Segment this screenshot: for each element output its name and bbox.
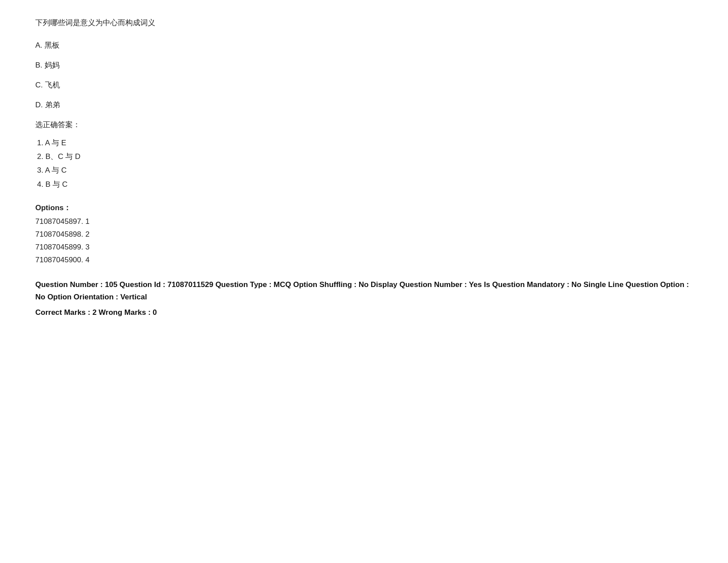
answer-2: 2. B、C 与 D [37, 151, 693, 162]
option-d-text: 弟弟 [45, 101, 60, 109]
correct-answers-label: 选正确答案： [35, 120, 693, 130]
option-id-1: 71087045897. 1 [35, 215, 693, 227]
answer-4: 4. B 与 C [37, 178, 693, 190]
option-id-3: 71087045899. 3 [35, 241, 693, 253]
options-header: Options： [35, 203, 693, 213]
meta-section: Question Number : 105 Question Id : 7108… [35, 279, 693, 320]
meta-line-1: Question Number : 105 Question Id : 7108… [35, 279, 693, 304]
option-id-4: 71087045900. 4 [35, 254, 693, 266]
option-b: B. 妈妈 [35, 60, 693, 70]
option-c: C. 飞机 [35, 80, 693, 90]
meta-line-2: Correct Marks : 2 Wrong Marks : 0 [35, 306, 693, 319]
question-container: 下列哪些词是意义为中心而构成词义 A. 黑板 B. 妈妈 C. 飞机 D. 弟弟… [35, 18, 693, 319]
option-id-2: 71087045898. 2 [35, 228, 693, 240]
option-a: A. 黑板 [35, 40, 693, 50]
answer-1: 1. A 与 E [37, 137, 693, 149]
option-a-text: 黑板 [45, 41, 60, 49]
options-section: Options： 71087045897. 1 71087045898. 2 7… [35, 203, 693, 266]
option-c-text: 飞机 [45, 81, 60, 89]
answer-3: 3. A 与 C [37, 164, 693, 176]
option-c-label: C. [35, 81, 45, 89]
answer-list: 1. A 与 E 2. B、C 与 D 3. A 与 C 4. B 与 C [37, 137, 693, 190]
question-text: 下列哪些词是意义为中心而构成词义 [35, 18, 693, 28]
option-d: D. 弟弟 [35, 100, 693, 110]
option-a-label: A. [35, 41, 45, 49]
option-b-text: 妈妈 [45, 61, 60, 69]
option-d-label: D. [35, 101, 45, 109]
option-b-label: B. [35, 61, 45, 69]
